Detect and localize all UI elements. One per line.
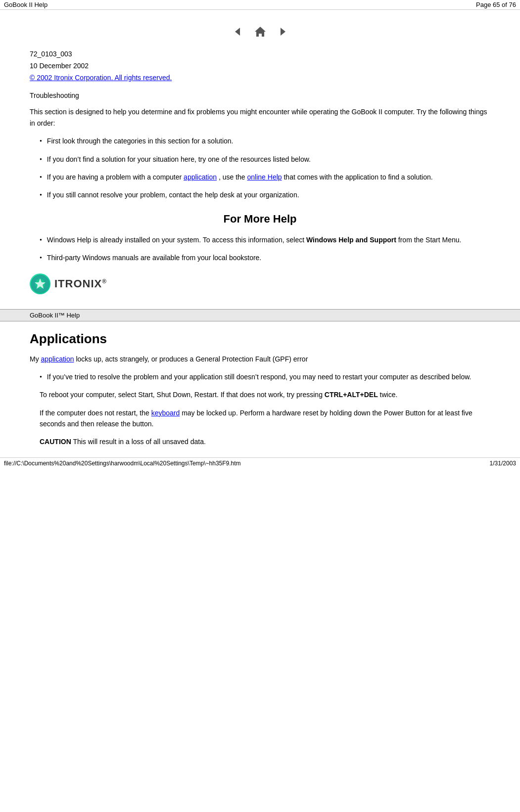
header-bar: GoBook II Help Page 65 of 76 <box>0 0 520 10</box>
bullet-2-text: If you don’t find a solution for your si… <box>47 154 311 165</box>
svg-marker-0 <box>235 28 240 36</box>
copyright-link[interactable]: © 2002 Itronix Corporation. All rights r… <box>30 74 172 82</box>
for-more-help-heading: For More Help <box>30 213 490 226</box>
apps-bullet-1-text: If you’ve tried to resolve the problem a… <box>47 371 472 382</box>
troubleshooting-intro: This section is designed to help you det… <box>30 106 490 129</box>
for-more-help-section: For More Help Windows Help is already in… <box>30 213 490 264</box>
bullet-item-2: If you don’t find a solution for your si… <box>40 154 490 165</box>
fmh-bullet-2-text: Third-party Windows manuals are availabl… <box>47 252 261 263</box>
reboot-text: To reboot your computer, select Start, S… <box>40 389 490 400</box>
caution-content: This will result in a loss of all unsave… <box>71 438 206 446</box>
bottom-bar: file://C:\Documents%20and%20Settings\har… <box>0 457 520 469</box>
itronix-text: ITRONIX® <box>54 277 107 290</box>
file-path: file://C:\Documents%20and%20Settings\har… <box>4 460 241 467</box>
bullet-1-text: First look through the categories in thi… <box>47 135 234 146</box>
applications-bullets: If you’ve tried to resolve the problem a… <box>40 371 490 382</box>
app-title: GoBook II Help <box>4 1 47 8</box>
itronix-brand: ITRONIX <box>54 277 102 290</box>
svg-marker-1 <box>255 27 266 37</box>
doc-number: 72_0103_003 <box>30 48 490 60</box>
bottom-date: 1/31/2003 <box>490 460 516 467</box>
online-help-link[interactable]: online Help <box>247 173 282 181</box>
itronix-logo: ITRONIX® <box>30 273 490 294</box>
caution-block: CAUTION This will result in a loss of al… <box>40 436 490 447</box>
applications-section: Applications My application locks up, ac… <box>0 331 520 448</box>
itronix-reg: ® <box>102 277 107 284</box>
apps-bullet-1: If you’ve tried to resolve the problem a… <box>40 371 490 382</box>
gobook-footer-bar: GoBook II™ Help <box>0 309 520 321</box>
reboot-text-block: To reboot your computer, select Start, S… <box>40 389 490 400</box>
troubleshooting-title: Troubleshooting <box>30 91 490 99</box>
fmh-bullet-1: Windows Help is already installed on you… <box>40 234 490 245</box>
reboot-text-content: To reboot your computer, select Start, S… <box>40 391 397 399</box>
applications-content: My application locks up, acts strangely,… <box>0 354 520 448</box>
svg-marker-2 <box>281 28 285 36</box>
bullet-item-3: If you are having a problem with a compu… <box>40 172 490 182</box>
bullet-4-text: If you still cannot resolve your problem… <box>47 189 299 200</box>
page-info: Page 65 of 76 <box>476 1 516 8</box>
keyboard-text-block: If the computer does not restart, the ke… <box>40 407 490 430</box>
back-nav-icon[interactable] <box>233 25 248 39</box>
itronix-logo-circle <box>30 273 50 294</box>
troubleshooting-bullets: First look through the categories in thi… <box>40 135 490 201</box>
fmh-bullet-2: Third-party Windows manuals are availabl… <box>40 252 490 263</box>
content-area: 72_0103_003 10 December 2002 © 2002 Itro… <box>0 48 520 309</box>
applications-heading: Applications <box>0 331 520 347</box>
forward-nav-icon[interactable] <box>272 25 288 39</box>
apps-intro-start: My <box>30 355 41 363</box>
doc-info: 72_0103_003 10 December 2002 © 2002 Itro… <box>30 48 490 84</box>
keyboard-before: If the computer does not restart, the <box>40 409 151 417</box>
fmh-bullet-1-text: Windows Help is already installed on you… <box>47 234 462 245</box>
applications-intro: My application locks up, acts strangely,… <box>30 354 490 364</box>
bullet-item-1: First look through the categories in thi… <box>40 135 490 146</box>
application-link-2[interactable]: application <box>41 355 74 363</box>
nav-icons <box>0 25 520 39</box>
bullet-item-4: If you still cannot resolve your problem… <box>40 189 490 200</box>
gobook-footer-text: GoBook II™ Help <box>30 312 80 319</box>
home-nav-icon[interactable] <box>252 25 268 39</box>
caution-text: CAUTION This will result in a loss of al… <box>40 436 490 447</box>
troubleshooting-section: Troubleshooting This section is designed… <box>30 91 490 200</box>
caution-label: CAUTION <box>40 438 71 446</box>
application-link-1[interactable]: application <box>184 173 217 181</box>
keyboard-text: If the computer does not restart, the ke… <box>40 407 490 430</box>
keyboard-link[interactable]: keyboard <box>151 409 180 417</box>
doc-date: 10 December 2002 <box>30 60 490 72</box>
apps-intro-end: locks up, acts strangely, or produces a … <box>74 355 308 363</box>
for-more-help-bullets: Windows Help is already installed on you… <box>40 234 490 264</box>
bullet-3-text: If you are having a problem with a compu… <box>47 172 433 182</box>
